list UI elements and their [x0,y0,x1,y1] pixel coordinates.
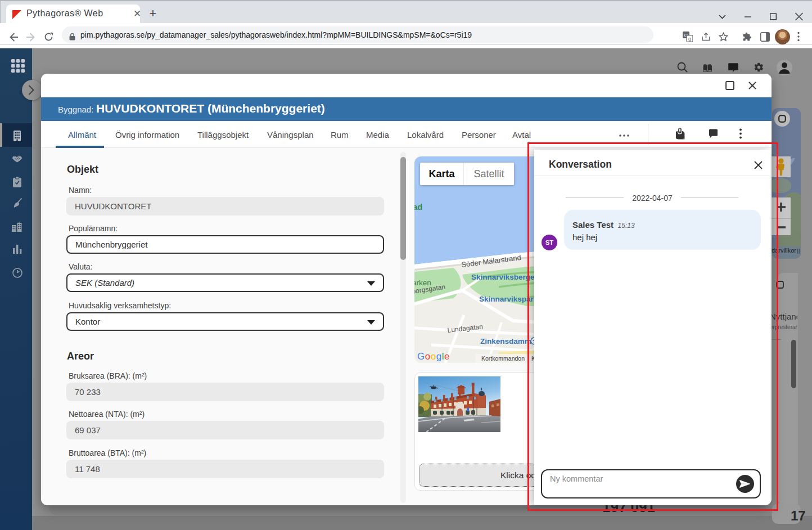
svg-text:g: g [688,36,691,42]
svg-text:ad: ad [414,202,423,212]
svg-text:Google: Google [417,351,450,362]
svg-text:Zinkensdamm: Zinkensdamm [480,337,531,345]
svg-text:Kortkommandon: Kortkommandon [481,355,525,362]
